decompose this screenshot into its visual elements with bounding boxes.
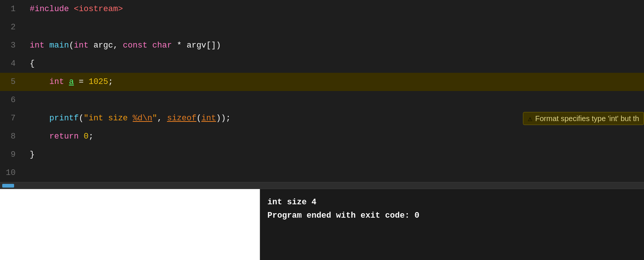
code-token	[45, 41, 49, 50]
code-line-3: 3int main(int argc, const char * argv[])	[0, 36, 644, 55]
code-token: ;	[88, 132, 93, 141]
terminal-output: int size 4Program ended with exit code: …	[260, 189, 644, 260]
code-line-10: 10	[0, 164, 644, 182]
code-token: "	[152, 114, 157, 123]
code-token	[79, 132, 84, 141]
bottom-panel: int size 4Program ended with exit code: …	[0, 189, 644, 260]
code-token: <iostream>	[74, 4, 123, 14]
code-token: #include	[30, 4, 74, 14]
code-token: int	[30, 77, 64, 87]
line-content-4: {	[27, 55, 644, 73]
line-number-4: 4	[0, 55, 22, 73]
line-number-8: 8	[0, 127, 22, 146]
code-token	[147, 41, 152, 50]
bottom-left-panel	[0, 189, 260, 260]
code-token: "int size	[84, 114, 133, 123]
line-number-9: 9	[0, 146, 22, 164]
code-lines: 1#include <iostream>23int main(int argc,…	[0, 0, 644, 182]
code-token: ));	[216, 114, 231, 123]
scrollbar-thumb[interactable]	[2, 184, 14, 188]
line-number-2: 2	[0, 18, 22, 36]
code-line-4: 4{	[0, 55, 644, 73]
code-token: int	[201, 114, 216, 123]
code-token: (	[69, 41, 74, 50]
line-number-3: 3	[0, 36, 22, 55]
code-token: * argv[])	[172, 41, 221, 50]
code-token: int	[74, 41, 89, 50]
code-token: printf	[30, 114, 79, 123]
code-token: }	[30, 150, 35, 159]
line-content-3: int main(int argc, const char * argv[])	[27, 36, 644, 55]
code-line-9: 9}	[0, 146, 644, 164]
terminal-line-2: Program ended with exit code: 0	[267, 209, 637, 222]
code-token: sizeof	[167, 114, 196, 123]
code-token: main	[49, 41, 69, 50]
code-line-2: 2	[0, 18, 644, 36]
line-number-7: 7	[0, 109, 22, 127]
code-token: %d\n	[133, 114, 152, 123]
terminal-content: int size 4Program ended with exit code: …	[267, 196, 637, 222]
warning-icon: ⚠	[528, 114, 532, 123]
code-token: 1025	[88, 77, 108, 87]
line-number-1: 1	[0, 0, 22, 18]
code-token: ;	[108, 77, 113, 87]
horizontal-scrollbar[interactable]	[0, 182, 644, 189]
code-token: ,	[157, 114, 167, 123]
code-token: argc,	[88, 41, 123, 50]
code-token: char	[152, 41, 172, 50]
code-line-6: 6	[0, 91, 644, 109]
code-token: const	[123, 41, 147, 50]
code-editor[interactable]: 1#include <iostream>23int main(int argc,…	[0, 0, 644, 182]
code-token: {	[30, 59, 35, 68]
line-number-10: 10	[0, 164, 22, 182]
code-line-8: 8 return 0;	[0, 127, 644, 146]
warning-badge: ⚠Format specifies type 'int' but th	[523, 112, 644, 125]
code-token: return	[30, 132, 79, 141]
code-token: (	[196, 114, 201, 123]
code-token: 0	[84, 132, 88, 141]
line-number-5: 5	[0, 73, 22, 91]
line-number-6: 6	[0, 91, 22, 109]
terminal-line-1: int size 4	[267, 196, 637, 209]
line-content-5: int a = 1025;	[27, 73, 644, 91]
code-line-7: 7 printf("int size %d\n", sizeof(int));⚠…	[0, 109, 644, 127]
code-token: =	[74, 77, 89, 87]
code-token: (	[79, 114, 84, 123]
code-line-1: 1#include <iostream>	[0, 0, 644, 18]
warning-text: Format specifies type 'int' but th	[535, 114, 639, 123]
line-content-9: }	[27, 146, 644, 164]
code-token: int	[30, 41, 45, 50]
code-token	[64, 77, 69, 87]
code-line-5: 5 int a = 1025;	[0, 73, 644, 91]
line-content-8: return 0;	[27, 127, 644, 146]
line-content-1: #include <iostream>	[27, 0, 644, 18]
code-token: a	[69, 77, 74, 87]
